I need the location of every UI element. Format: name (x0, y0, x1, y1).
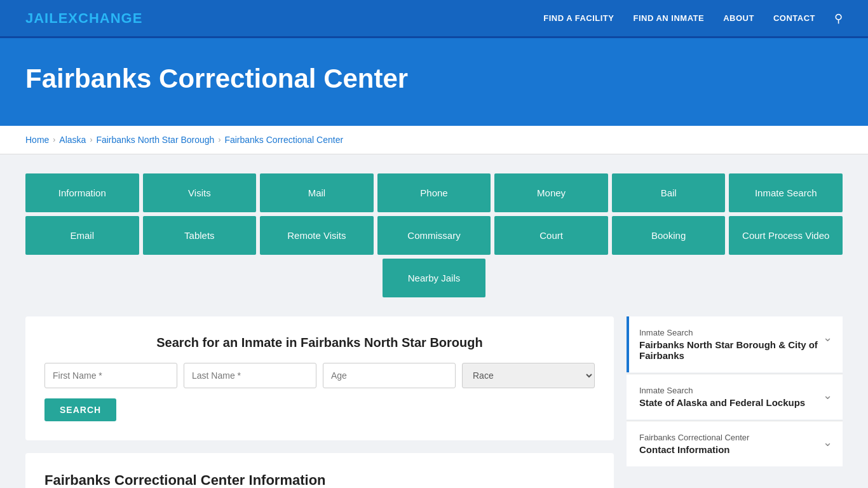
first-name-input[interactable] (44, 363, 177, 388)
sidebar-item-inmate-search-fairbanks[interactable]: Inmate Search Fairbanks North Star Borou… (627, 316, 843, 372)
breadcrumb-sep-2: › (90, 135, 92, 144)
main-content: Information Visits Mail Phone Money Bail… (0, 154, 868, 488)
logo-exchange: EXCHANGE (58, 10, 143, 26)
age-input[interactable] (323, 363, 456, 388)
main-panel: Search for an Inmate in Fairbanks North … (25, 316, 614, 488)
sidebar-item-title-alaska: State of Alaska and Federal Lockups (639, 397, 823, 408)
main-nav: FIND A FACILITY FIND AN INMATE ABOUT CON… (543, 11, 843, 25)
breadcrumb-bar: Home › Alaska › Fairbanks North Star Bor… (0, 126, 868, 154)
sidebar-item-title-fairbanks: Fairbanks North Star Borough & City of F… (639, 339, 823, 361)
info-card-title: Fairbanks Correctional Center Informatio… (44, 472, 595, 488)
race-select[interactable]: Race White Black Hispanic Asian Native A… (462, 363, 595, 388)
last-name-input[interactable] (184, 363, 316, 388)
chevron-down-icon-2: ⌄ (823, 388, 832, 402)
search-button[interactable]: SEARCH (44, 398, 116, 421)
sidebar-item-label-contact: Fairbanks Correctional Center (639, 433, 823, 442)
btn-visits[interactable]: Visits (143, 173, 257, 212)
sidebar-item-text-contact: Fairbanks Correctional Center Contact In… (639, 433, 823, 455)
btn-tablets[interactable]: Tablets (143, 216, 257, 255)
info-card: Fairbanks Correctional Center Informatio… (25, 453, 614, 488)
btn-phone[interactable]: Phone (377, 173, 491, 212)
hero-section: Fairbanks Correctional Center (0, 38, 868, 126)
sidebar-item-label-fairbanks: Inmate Search (639, 328, 823, 337)
breadcrumb-home[interactable]: Home (25, 135, 49, 145)
logo-jail: JAIL (25, 10, 58, 26)
btn-booking[interactable]: Booking (612, 216, 726, 255)
site-header: JAILEXCHANGE FIND A FACILITY FIND AN INM… (0, 0, 868, 38)
btn-commissary[interactable]: Commissary (377, 216, 491, 255)
btn-email[interactable]: Email (25, 216, 139, 255)
nav-about[interactable]: ABOUT (723, 13, 754, 23)
btn-information[interactable]: Information (25, 173, 139, 212)
btn-money[interactable]: Money (494, 173, 608, 212)
site-logo[interactable]: JAILEXCHANGE (25, 10, 142, 27)
chevron-down-icon: ⌄ (823, 330, 832, 344)
nav-find-inmate[interactable]: FIND AN INMATE (633, 13, 704, 23)
breadcrumb-alaska[interactable]: Alaska (59, 135, 86, 145)
button-grid-row3: Nearby Jails (25, 259, 843, 297)
btn-court[interactable]: Court (494, 216, 608, 255)
page-title: Fairbanks Correctional Center (25, 64, 843, 94)
sidebar: Inmate Search Fairbanks North Star Borou… (627, 316, 843, 488)
breadcrumb-sep-3: › (218, 135, 220, 144)
search-title: Search for an Inmate in Fairbanks North … (44, 336, 595, 350)
breadcrumb-fairbanks-north-star[interactable]: Fairbanks North Star Borough (96, 135, 214, 145)
nav-contact[interactable]: CONTACT (773, 13, 815, 23)
btn-inmate-search[interactable]: Inmate Search (729, 173, 843, 212)
button-grid-row2: Email Tablets Remote Visits Commissary C… (25, 216, 843, 255)
chevron-down-icon-3: ⌄ (823, 435, 832, 449)
btn-bail[interactable]: Bail (612, 173, 726, 212)
btn-remote-visits[interactable]: Remote Visits (260, 216, 374, 255)
breadcrumb-sep-1: › (53, 135, 55, 144)
breadcrumb-fairbanks-cc[interactable]: Fairbanks Correctional Center (224, 135, 343, 145)
btn-mail[interactable]: Mail (260, 173, 374, 212)
sidebar-item-contact-info[interactable]: Fairbanks Correctional Center Contact In… (627, 421, 843, 466)
breadcrumb: Home › Alaska › Fairbanks North Star Bor… (25, 135, 843, 145)
sidebar-item-text-fairbanks: Inmate Search Fairbanks North Star Borou… (639, 328, 823, 361)
search-icon[interactable]: ⚲ (834, 11, 843, 25)
sidebar-item-inmate-search-alaska[interactable]: Inmate Search State of Alaska and Federa… (627, 374, 843, 419)
sidebar-item-text-alaska: Inmate Search State of Alaska and Federa… (639, 386, 823, 408)
btn-court-process-video[interactable]: Court Process Video (729, 216, 843, 255)
nav-find-facility[interactable]: FIND A FACILITY (543, 13, 614, 23)
search-fields: Race White Black Hispanic Asian Native A… (44, 363, 595, 388)
sidebar-item-label-alaska: Inmate Search (639, 386, 823, 395)
button-grid-row1: Information Visits Mail Phone Money Bail… (25, 173, 843, 212)
sidebar-item-title-contact: Contact Information (639, 444, 823, 455)
btn-nearby-jails[interactable]: Nearby Jails (383, 259, 486, 297)
content-area: Search for an Inmate in Fairbanks North … (25, 316, 843, 488)
search-card: Search for an Inmate in Fairbanks North … (25, 316, 614, 440)
